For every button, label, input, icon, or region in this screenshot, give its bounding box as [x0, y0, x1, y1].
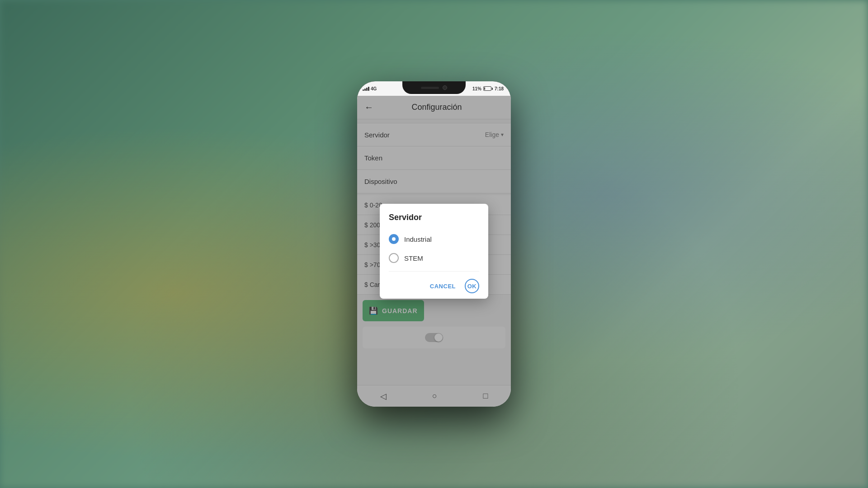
battery-percent: 11% — [472, 86, 481, 91]
notch-speaker — [421, 87, 439, 89]
modal-dialog: Servidor Industrial STEM CAN — [380, 204, 488, 299]
signal-type: 4G — [371, 86, 377, 91]
radio-industrial-icon — [389, 234, 399, 244]
ok-button[interactable]: OK — [465, 279, 479, 293]
status-left: 4G — [363, 86, 377, 91]
phone-notch — [402, 81, 466, 94]
notch-camera — [443, 85, 447, 90]
radio-stem-icon — [389, 253, 399, 263]
phone-device: 4G 11% 7:18 ← Configuración Servidor E — [357, 81, 511, 407]
modal-title: Servidor — [389, 213, 479, 222]
clock-time: 7:18 — [495, 86, 504, 91]
option-label-industrial: Industrial — [404, 235, 432, 243]
status-right: 11% 7:18 — [472, 86, 504, 91]
signal-icon — [363, 86, 369, 91]
phone-screen: ← Configuración Servidor Elige ▾ Token D… — [357, 96, 511, 407]
radio-inner-industrial — [392, 237, 396, 241]
battery-icon — [483, 86, 493, 91]
modal-option-industrial[interactable]: Industrial — [389, 230, 479, 249]
modal-divider — [389, 271, 479, 272]
modal-actions: CANCEL OK — [389, 275, 479, 293]
cancel-button[interactable]: CANCEL — [428, 279, 458, 293]
modal-overlay: Servidor Industrial STEM CAN — [357, 96, 511, 407]
modal-option-stem[interactable]: STEM — [389, 249, 479, 267]
option-label-stem: STEM — [404, 254, 423, 262]
